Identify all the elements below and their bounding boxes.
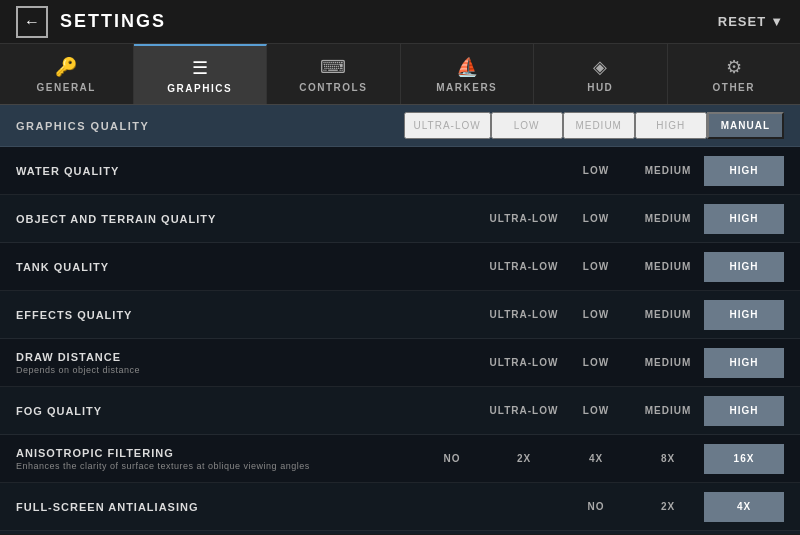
tab-other[interactable]: ⚙ OTHER [668,44,801,104]
reset-arrow-icon: ▼ [770,14,784,29]
setting-desc-4: Depends on object distance [16,365,488,375]
setting-info-7: FULL-SCREEN ANTIALIASING [16,501,560,513]
ctrl-btn-3-low[interactable]: LOW [560,301,632,329]
setting-controls-1: ULTRA-LOWLOWMEDIUMHIGH [488,204,784,234]
controls-tab-label: CONTROLS [299,82,367,93]
ctrl-btn-0-medium[interactable]: MEDIUM [632,157,704,185]
controls-tab-icon: ⌨ [320,56,346,78]
title-bar-left: ← SETTINGS [16,6,166,38]
ctrl-btn-1-low[interactable]: LOW [560,205,632,233]
reset-button[interactable]: RESET ▼ [718,14,784,29]
reset-label: RESET [718,14,766,29]
setting-desc-6: Enhances the clarity of surface textures… [16,461,416,471]
back-icon: ← [24,13,40,31]
ctrl-btn-3-medium[interactable]: MEDIUM [632,301,704,329]
ctrl-btn-6-8x[interactable]: 8X [632,445,704,473]
graphics-quality-label: GRAPHICS QUALITY [16,120,404,132]
setting-controls-0: LOWMEDIUMHIGH [560,156,784,186]
setting-controls-4: ULTRA-LOWLOWMEDIUMHIGH [488,348,784,378]
setting-name-1: OBJECT AND TERRAIN QUALITY [16,213,488,225]
other-tab-icon: ⚙ [726,56,742,78]
markers-tab-icon: ⛵ [456,56,478,78]
tab-hud[interactable]: ◈ HUD [534,44,668,104]
gq-option-low[interactable]: LOW [491,112,563,139]
ctrl-btn-1-medium[interactable]: MEDIUM [632,205,704,233]
ctrl-btn-3-ultra-low[interactable]: ULTRA-LOW [488,301,560,329]
setting-info-0: WATER QUALITY [16,165,560,177]
setting-name-4: DRAW DISTANCE [16,351,488,363]
tab-graphics[interactable]: ☰ GRAPHICS [134,44,268,104]
ctrl-btn-5-high[interactable]: HIGH [704,396,784,426]
settings-list: WATER QUALITYLOWMEDIUMHIGHOBJECT AND TER… [0,147,800,531]
setting-name-3: EFFECTS QUALITY [16,309,488,321]
setting-name-0: WATER QUALITY [16,165,560,177]
general-tab-icon: 🔑 [55,56,77,78]
ctrl-btn-4-low[interactable]: LOW [560,349,632,377]
ctrl-btn-7-no[interactable]: NO [560,493,632,521]
setting-row-1: OBJECT AND TERRAIN QUALITYULTRA-LOWLOWME… [0,195,800,243]
setting-name-7: FULL-SCREEN ANTIALIASING [16,501,560,513]
ctrl-btn-2-ultra-low[interactable]: ULTRA-LOW [488,253,560,281]
ctrl-btn-0-high[interactable]: HIGH [704,156,784,186]
ctrl-btn-6-2x[interactable]: 2X [488,445,560,473]
setting-controls-5: ULTRA-LOWLOWMEDIUMHIGH [488,396,784,426]
setting-controls-2: ULTRA-LOWLOWMEDIUMHIGH [488,252,784,282]
ctrl-btn-0-low[interactable]: LOW [560,157,632,185]
tab-markers[interactable]: ⛵ MARKERS [401,44,535,104]
gq-option-medium[interactable]: MEDIUM [563,112,635,139]
ctrl-btn-7-2x[interactable]: 2X [632,493,704,521]
setting-name-5: FOG QUALITY [16,405,488,417]
tab-general[interactable]: 🔑 GENERAL [0,44,134,104]
setting-row-3: EFFECTS QUALITYULTRA-LOWLOWMEDIUMHIGH [0,291,800,339]
content-area: GRAPHICS QUALITY ULTRA-LOWLOWMEDIUMHIGHM… [0,105,800,534]
graphics-tab-label: GRAPHICS [167,83,232,94]
graphics-quality-header: GRAPHICS QUALITY ULTRA-LOWLOWMEDIUMHIGHM… [0,105,800,147]
ctrl-btn-3-high[interactable]: HIGH [704,300,784,330]
ctrl-btn-4-high[interactable]: HIGH [704,348,784,378]
setting-controls-7: NO2X4X [560,492,784,522]
markers-tab-label: MARKERS [436,82,497,93]
ctrl-btn-7-4x[interactable]: 4X [704,492,784,522]
hud-tab-icon: ◈ [593,56,607,78]
setting-row-4: DRAW DISTANCEDepends on object distanceU… [0,339,800,387]
hud-tab-label: HUD [587,82,613,93]
setting-row-5: FOG QUALITYULTRA-LOWLOWMEDIUMHIGH [0,387,800,435]
gq-option-manual[interactable]: MANUAL [707,112,784,139]
gq-option-high[interactable]: HIGH [635,112,707,139]
page-title: SETTINGS [60,11,166,32]
ctrl-btn-5-medium[interactable]: MEDIUM [632,397,704,425]
setting-info-6: ANISOTROPIC FILTERINGEnhances the clarit… [16,447,416,471]
ctrl-btn-2-high[interactable]: HIGH [704,252,784,282]
setting-row-0: WATER QUALITYLOWMEDIUMHIGH [0,147,800,195]
setting-row-2: TANK QUALITYULTRA-LOWLOWMEDIUMHIGH [0,243,800,291]
ctrl-btn-1-ultra-low[interactable]: ULTRA-LOW [488,205,560,233]
setting-info-4: DRAW DISTANCEDepends on object distance [16,351,488,375]
setting-info-5: FOG QUALITY [16,405,488,417]
other-tab-label: OTHER [713,82,756,93]
setting-row-6: ANISOTROPIC FILTERINGEnhances the clarit… [0,435,800,483]
ctrl-btn-5-ultra-low[interactable]: ULTRA-LOW [488,397,560,425]
graphics-quality-options: ULTRA-LOWLOWMEDIUMHIGHMANUAL [404,112,784,139]
setting-info-3: EFFECTS QUALITY [16,309,488,321]
title-bar: ← SETTINGS RESET ▼ [0,0,800,44]
ctrl-btn-1-high[interactable]: HIGH [704,204,784,234]
setting-info-1: OBJECT AND TERRAIN QUALITY [16,213,488,225]
back-button[interactable]: ← [16,6,48,38]
ctrl-btn-6-4x[interactable]: 4X [560,445,632,473]
setting-controls-6: NO2X4X8X16X [416,444,784,474]
tab-controls[interactable]: ⌨ CONTROLS [267,44,401,104]
gq-option-ultralow[interactable]: ULTRA-LOW [404,112,491,139]
ctrl-btn-2-low[interactable]: LOW [560,253,632,281]
setting-info-2: TANK QUALITY [16,261,488,273]
ctrl-btn-4-ultra-low[interactable]: ULTRA-LOW [488,349,560,377]
setting-name-2: TANK QUALITY [16,261,488,273]
ctrl-btn-4-medium[interactable]: MEDIUM [632,349,704,377]
ctrl-btn-6-16x[interactable]: 16X [704,444,784,474]
setting-name-6: ANISOTROPIC FILTERING [16,447,416,459]
ctrl-btn-6-no[interactable]: NO [416,445,488,473]
general-tab-label: GENERAL [37,82,96,93]
tab-bar: 🔑 GENERAL ☰ GRAPHICS ⌨ CONTROLS ⛵ MARKER… [0,44,800,105]
setting-controls-3: ULTRA-LOWLOWMEDIUMHIGH [488,300,784,330]
ctrl-btn-5-low[interactable]: LOW [560,397,632,425]
ctrl-btn-2-medium[interactable]: MEDIUM [632,253,704,281]
